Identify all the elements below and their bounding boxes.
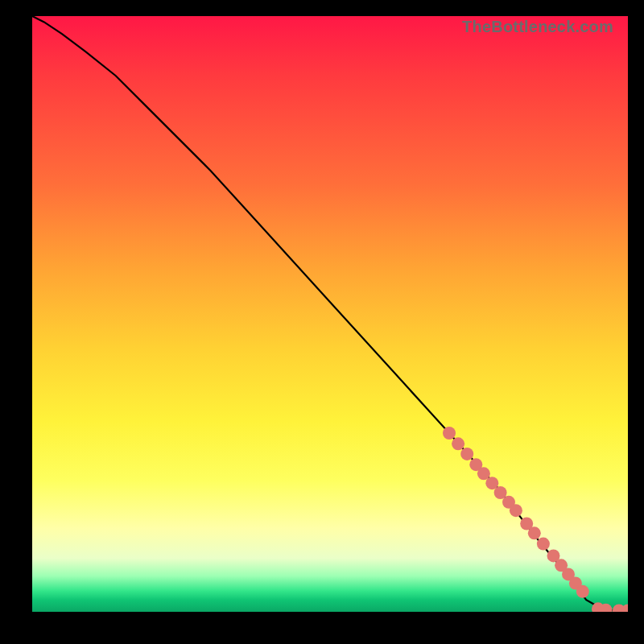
curve-path	[32, 16, 628, 611]
data-marker	[460, 448, 473, 460]
data-marker	[576, 585, 589, 598]
marker-group	[443, 427, 628, 612]
plot-area: TheBottleneck.com	[32, 16, 628, 612]
chart-svg	[32, 16, 628, 612]
data-marker	[452, 437, 464, 450]
data-marker	[537, 538, 550, 551]
data-marker	[443, 427, 456, 440]
data-marker	[528, 526, 541, 539]
chart-frame: TheBottleneck.com	[0, 0, 644, 644]
data-marker	[510, 504, 522, 517]
